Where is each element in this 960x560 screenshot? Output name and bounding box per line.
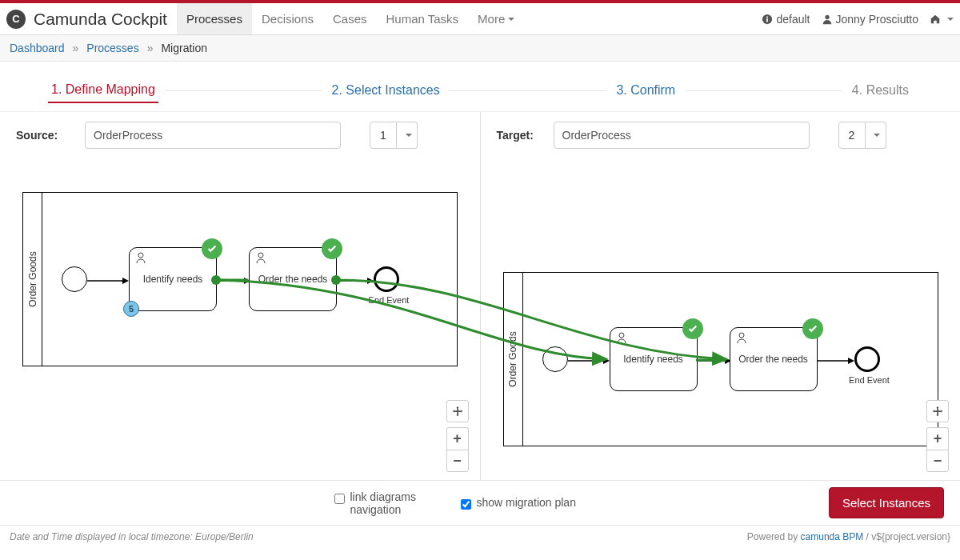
svg-point-17	[739, 333, 744, 338]
user-task-icon	[254, 251, 267, 264]
nav-cases[interactable]: Cases	[323, 3, 377, 34]
source-diagram[interactable]: Order Goods Identify needs 5	[22, 192, 458, 366]
target-pane: Target: 2 Order Goods Identify needs	[481, 112, 961, 480]
target-version: 2	[838, 122, 866, 149]
breadcrumb-sep: »	[147, 42, 154, 54]
target-diagram[interactable]: Order Goods Identify needs Order the nee…	[503, 272, 938, 446]
task-label: Order the needs	[738, 354, 808, 365]
chevron-down-icon	[947, 18, 954, 21]
footer-powered-link[interactable]: camunda BPM	[801, 531, 864, 542]
user-task-icon	[615, 331, 628, 344]
svg-point-14	[619, 333, 624, 338]
link-diagrams-label: link diagrams navigation	[350, 490, 438, 516]
instance-count-badge[interactable]: 5	[123, 301, 139, 317]
app-footer: Date and Time displayed in local timezon…	[0, 525, 960, 547]
target-label: Target:	[497, 129, 541, 142]
reset-zoom-button[interactable]	[446, 400, 469, 422]
source-pool-label: Order Goods	[23, 193, 42, 366]
mapping-check-icon	[202, 238, 222, 259]
footer-powered-prefix: Powered by	[747, 531, 801, 542]
engine-name: default	[776, 13, 810, 26]
chevron-down-icon	[874, 134, 880, 137]
home-menu[interactable]	[930, 14, 954, 25]
source-task-identify[interactable]: Identify needs 5	[129, 247, 217, 311]
target-version-dropdown[interactable]	[866, 122, 886, 149]
wizard-step-2[interactable]: 2. Select Instances	[329, 78, 443, 102]
svg-rect-2	[767, 16, 769, 18]
zoom-in-button[interactable]: +	[446, 427, 469, 450]
target-end-event[interactable]	[854, 346, 880, 372]
svg-marker-13	[603, 358, 610, 364]
app-brand: Camunda Cockpit	[34, 10, 167, 29]
svg-marker-5	[122, 278, 129, 284]
wizard-step-1[interactable]: 1. Define Mapping	[48, 78, 158, 103]
mapping-check-icon	[322, 238, 342, 259]
source-version: 1	[370, 122, 397, 149]
home-icon	[930, 14, 941, 25]
svg-marker-19	[848, 358, 854, 364]
move-icon	[932, 406, 943, 417]
task-label: Order the needs	[258, 274, 328, 285]
nav-more[interactable]: More	[468, 3, 524, 34]
wizard-steps: 1. Define Mapping 2. Select Instances 3.…	[0, 62, 960, 112]
show-plan-checkbox[interactable]: show migration plan	[461, 496, 576, 510]
target-start-event[interactable]	[542, 346, 568, 372]
task-label: Identify needs	[143, 274, 203, 285]
breadcrumb-processes[interactable]: Processes	[86, 42, 138, 54]
svg-point-3	[825, 14, 829, 18]
source-end-label: End Event	[361, 295, 417, 305]
engine-selector[interactable]: default	[762, 13, 810, 26]
bottom-toolbar: link diagrams navigation show migration …	[0, 480, 960, 525]
footer-tz-prefix: Date and Time displayed in local timezon…	[10, 531, 195, 542]
info-icon	[762, 14, 773, 25]
user-task-icon	[735, 331, 748, 344]
app-logo: C	[6, 10, 26, 29]
zoom-in-button[interactable]: +	[926, 427, 949, 450]
user-menu[interactable]: Jonny Prosciutto	[822, 13, 919, 26]
svg-rect-1	[767, 18, 769, 22]
user-task-icon	[134, 251, 147, 264]
show-plan-label: show migration plan	[476, 496, 576, 509]
nav-more-label: More	[478, 12, 505, 26]
mapping-check-icon	[802, 318, 823, 339]
source-label: Source:	[16, 129, 72, 142]
svg-point-6	[138, 253, 143, 258]
wizard-step-3[interactable]: 3. Confirm	[613, 78, 678, 102]
target-pool-label: Order Goods	[504, 273, 523, 446]
chevron-down-icon	[406, 134, 412, 137]
link-diagrams-checkbox[interactable]: link diagrams navigation	[334, 490, 438, 516]
svg-marker-11	[367, 278, 374, 284]
source-version-dropdown[interactable]	[397, 122, 418, 149]
target-end-label: End Event	[842, 375, 898, 385]
target-process-input[interactable]	[554, 122, 810, 149]
svg-point-9	[258, 253, 263, 258]
source-pane: Source: 1 Order Goods Identify needs	[0, 112, 481, 480]
nav-decisions[interactable]: Decisions	[252, 3, 323, 34]
breadcrumb-dashboard[interactable]: Dashboard	[10, 42, 65, 54]
nav-human-tasks[interactable]: Human Tasks	[377, 3, 469, 34]
footer-tz: Europe/Berlin	[195, 531, 254, 542]
source-start-event[interactable]	[62, 266, 87, 292]
link-diagrams-input[interactable]	[334, 494, 345, 504]
wizard-step-4: 4. Results	[849, 78, 912, 102]
source-end-event[interactable]	[374, 266, 399, 292]
breadcrumb-current: Migration	[161, 42, 207, 54]
target-task-identify[interactable]: Identify needs	[610, 327, 698, 391]
nav-processes[interactable]: Processes	[177, 3, 252, 34]
breadcrumb-sep: »	[73, 42, 79, 54]
mapping-check-icon	[682, 318, 703, 339]
zoom-out-button[interactable]: −	[446, 450, 469, 472]
task-label: Identify needs	[623, 354, 683, 365]
show-plan-input[interactable]	[461, 499, 471, 510]
target-task-order[interactable]: Order the needs	[730, 327, 818, 391]
source-task-order[interactable]: Order the needs	[249, 247, 337, 311]
reset-zoom-button[interactable]	[926, 400, 949, 422]
user-name: Jonny Prosciutto	[836, 13, 919, 26]
breadcrumb: Dashboard » Processes » Migration	[0, 35, 960, 62]
zoom-out-button[interactable]: −	[926, 450, 949, 472]
footer-version: / v${project.version}	[863, 531, 950, 542]
source-process-input[interactable]	[85, 122, 341, 149]
user-icon	[822, 14, 833, 25]
move-icon	[452, 406, 463, 417]
select-instances-button[interactable]: Select Instances	[829, 487, 944, 518]
